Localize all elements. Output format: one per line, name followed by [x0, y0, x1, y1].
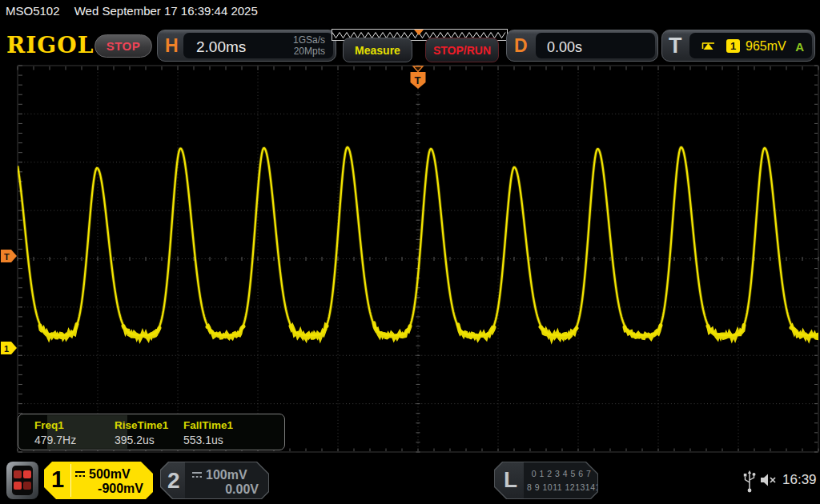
- horizontal-block[interactable]: H 2.00ms 1GSa/s 20Mpts: [157, 30, 336, 62]
- datetime: Wed September 17 16:39:44 2025: [74, 4, 258, 18]
- measurement-value: 395.2us: [115, 434, 155, 446]
- horizontal-label: H: [165, 35, 179, 57]
- logic-values-background: [524, 462, 597, 498]
- logic-body: L 0 1 2 3 4 5 6 7 8 9 1011 12131415: [495, 462, 597, 498]
- run-state-badge: STOP: [94, 34, 152, 58]
- delay-label: D: [514, 35, 528, 57]
- menu-grid-icon: [12, 466, 33, 495]
- status-clock: 16:39: [782, 472, 817, 488]
- measure-button[interactable]: Measure: [343, 38, 412, 62]
- graticule: [18, 66, 818, 452]
- rigol-logo: RIGOL: [6, 32, 94, 58]
- speaker-muted-icon[interactable]: [760, 472, 778, 488]
- channel-2-number: 2: [167, 468, 180, 494]
- svg-text:1: 1: [4, 344, 9, 354]
- model-name: MSO5102: [6, 4, 60, 18]
- horizontal-inner: 2.00ms 1GSa/s 20Mpts: [183, 33, 333, 58]
- logic-label: L: [504, 467, 517, 493]
- channel-1-block[interactable]: 1 500mV -900mV: [44, 462, 153, 499]
- channel-1-offset: -900mV: [98, 482, 143, 496]
- stop-run-button[interactable]: STOP/RUN: [425, 38, 499, 62]
- trigger-source-badge: 1: [726, 39, 740, 53]
- memory-depth: 20Mpts: [293, 46, 325, 57]
- channel-1-trace: [18, 147, 818, 338]
- trigger-position-arrow-icon: [413, 66, 423, 72]
- acquisition-info: 1GSa/s 20Mpts: [293, 34, 325, 57]
- measurement-label: Freq1: [34, 419, 64, 431]
- trigger-level-marker: [1, 250, 17, 262]
- measurement-value: 553.1us: [183, 434, 223, 446]
- channel-2-body: 2 100mV 0.00V: [161, 462, 268, 498]
- channel-1-position-marker: [1, 342, 17, 354]
- delay-value: 0.00s: [547, 39, 582, 56]
- oscilloscope-screen: MSO5102 Wed September 17 16:39:44 2025 R…: [0, 0, 820, 504]
- trigger-label: T: [669, 34, 682, 58]
- overview-trigger-position-icon: [414, 30, 424, 35]
- logic-channels-row2: 8 9 1011 12131415: [527, 482, 596, 492]
- menu-button[interactable]: [6, 462, 38, 499]
- delay-inner: 0.00s: [536, 33, 655, 58]
- trigger-position-badge: [411, 72, 426, 89]
- usb-icon: [743, 470, 756, 494]
- measurement-value: 479.7Hz: [34, 434, 76, 446]
- trigger-inner: 1 965mV A: [689, 33, 812, 58]
- channel-1-scale: 500mV: [74, 467, 131, 482]
- divider: [70, 464, 71, 497]
- markers: T1T: [1, 66, 426, 354]
- channel-2-block[interactable]: 2 100mV 0.00V: [160, 462, 269, 499]
- timebase-value: 2.00ms: [196, 38, 246, 56]
- channel-1-number: 1: [51, 466, 64, 493]
- trigger-level-value: 965mV: [746, 39, 786, 54]
- dc-coupling-icon: [191, 471, 203, 478]
- channel-2-scale: 100mV: [191, 468, 247, 482]
- measurement-panel[interactable]: Freq1 479.7Hz RiseTime1 395.2us FallTime…: [18, 414, 285, 450]
- trigger-mode: A: [795, 40, 804, 54]
- measurement-label: FallTime1: [183, 419, 233, 431]
- titlebar: MSO5102 Wed September 17 16:39:44 2025: [6, 4, 258, 18]
- logic-channels-block[interactable]: L 0 1 2 3 4 5 6 7 8 9 1011 12131415: [494, 462, 598, 499]
- channel-2-offset: 0.00V: [225, 482, 259, 497]
- logic-channels-row1: 0 1 2 3 4 5 6 7: [527, 469, 596, 478]
- trigger-block[interactable]: T 1 965mV A: [661, 30, 815, 62]
- dc-coupling-icon: [74, 470, 86, 478]
- measurement-label: RiseTime1: [115, 419, 168, 431]
- svg-text:T: T: [4, 252, 10, 262]
- delay-block[interactable]: D 0.00s: [506, 30, 658, 62]
- sample-rate: 1GSa/s: [293, 34, 325, 46]
- edge-trigger-slope-icon: [701, 40, 717, 53]
- svg-text:T: T: [415, 74, 421, 86]
